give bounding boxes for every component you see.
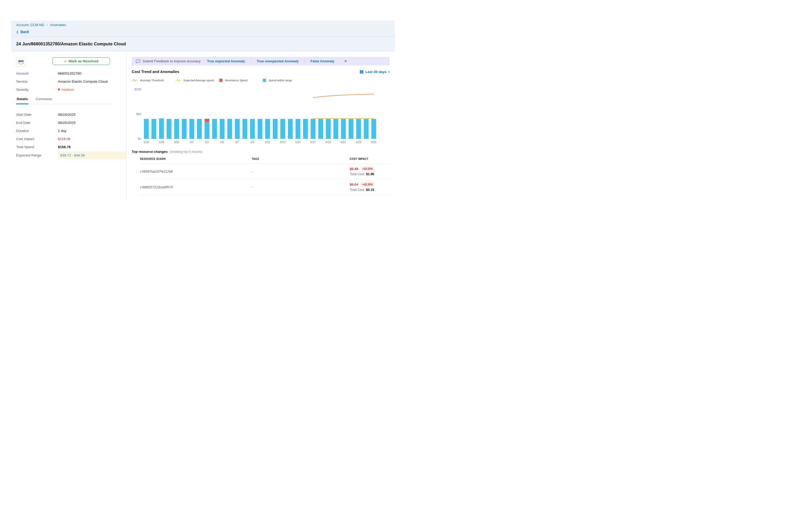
bar-6/19[interactable] [326,119,331,139]
bar-6/22[interactable] [349,119,354,139]
anomaly-bar-6/3[interactable] [205,119,209,122]
breadcrumb-account-link[interactable]: Account: CCM-NG [16,23,44,27]
close-icon[interactable]: ✕ [344,59,347,63]
field-value: Amazon Elastic Compute Cloud [58,79,108,83]
chart-header: Cost Trend and Anomalies La [132,70,390,74]
chart-canvas: $0$50$1005/265/285/306/16/36/56/76/96/11… [132,83,390,146]
chart-title: Cost Trend and Anomalies [132,70,179,74]
breadcrumb: Account: CCM-NG › Anomalies [16,23,395,27]
bar-6/13[interactable] [280,119,285,139]
bar-6/3[interactable] [205,122,209,139]
change-percent-badge: +42.26% [361,182,375,187]
anomaly-threshold-line [313,94,374,98]
bar-6/9[interactable] [250,119,255,139]
bar-6/17[interactable] [310,119,316,139]
resource-id-link[interactable]: i-0b6f257223cad9579 [140,185,252,189]
detail-row: Expected Range$39.72 - $48.56 [16,152,126,159]
aws-logo: aws [16,57,25,67]
back-button[interactable]: ❮ Back [16,30,395,34]
bar-6/16[interactable] [303,119,308,139]
y-axis-tick: $100 [135,88,141,91]
table-row: i-06597ba197fe112b6-$0.49+33.33%Total Co… [140,164,390,179]
title-band: 24 Jun/868001352780/Amazon Elastic Compu… [11,37,395,51]
summary-fields: Account868001352780ServiceAmazon Elastic… [16,70,126,93]
feedback-option[interactable]: True expected Anomaly [207,59,245,63]
tab-comments[interactable]: Comments [35,97,53,104]
cost-trend-chart: $0$50$1005/265/285/306/16/36/56/76/96/11… [132,83,390,147]
back-label: Back [20,30,29,34]
bar-6/1[interactable] [189,119,194,139]
detail-fields: Start Date06/24/2025End Date06/25/2025Du… [16,111,126,159]
detail-row: Cost Impact$119.06 [16,135,126,142]
field-row: Account868001352780 [16,70,126,77]
legend-item: Anomalous Spend [219,78,262,82]
x-axis-tick: 6/25 [371,140,377,144]
bar-6/10[interactable] [258,119,263,139]
mark-as-resolved-button[interactable]: ✓ Mark as Resolved [52,57,110,65]
resource-section-title: Top resource changes [132,150,168,154]
aws-logo-text: aws [18,60,23,62]
feedback-option[interactable]: False Anomaly [310,59,334,63]
cost-trend-panel: Submit Feedback to improve accuracy: Tru… [127,51,399,201]
field-value: medium [58,88,74,92]
tab-details[interactable]: Details [16,97,28,104]
bar-6/2[interactable] [197,119,202,139]
bar-6/21[interactable] [341,119,346,139]
legend-square-icon [262,78,267,82]
resource-section-subtitle: (showing top 5 results) [170,150,202,154]
bar-5/29[interactable] [167,119,172,139]
bar-6/4[interactable] [212,119,217,139]
detail-row: Total Spend$158.78 [16,144,126,150]
resource-id-link[interactable]: i-06597ba197fe112b6 [140,170,252,173]
legend-line-icon [132,79,138,82]
legend-item: Spend within range [262,78,306,82]
bar-6/24[interactable] [364,119,369,139]
anomaly-summary-panel: aws ✓ Mark as Resolved Account8680013527… [11,51,126,201]
resource-section-header: Top resource changes (showing top 5 resu… [132,150,390,154]
resource-tags: - [252,185,350,189]
x-axis-tick: 6/13 [280,140,286,144]
bar-6/23[interactable] [356,119,361,139]
bar-6/12[interactable] [273,119,278,139]
bar-6/18[interactable] [318,119,323,139]
bar-6/5[interactable] [220,119,225,139]
detail-value: $119.06 [58,137,71,141]
feedback-options: True expected AnomalyTrue unexpected Ano… [201,59,340,64]
bar-6/7[interactable] [235,119,240,139]
chart-legend: Anomaly ThresholdExpected Average spendA… [132,78,390,82]
bar-6/25[interactable] [372,119,376,139]
chevron-left-icon: ❮ [16,30,19,34]
feedback-option[interactable]: True unexpected Anomaly [256,59,299,63]
breadcrumb-anomalies-link[interactable]: Anomalies [50,23,66,27]
bar-6/14[interactable] [288,119,293,139]
cost-impact-line: $0.49+33.33% [350,167,390,171]
table-bottom-border [140,195,390,195]
bar-6/6[interactable] [227,119,232,139]
speech-bubble-icon [136,59,140,63]
bar-6/15[interactable] [296,119,300,139]
change-percent-badge: +33.33% [361,167,375,171]
bar-6/8[interactable] [243,119,247,139]
detail-value: $39.72 - $48.56 [58,152,126,159]
legend-label: Anomaly Threshold [140,79,164,82]
legend-label: Expected Average spend [184,79,214,82]
bar-5/31[interactable] [182,119,187,139]
bar-5/28[interactable] [159,118,164,139]
detail-label: Total Spend [16,145,58,149]
bar-6/20[interactable] [334,119,339,139]
x-axis-tick: 6/11 [265,140,270,144]
bar-6/11[interactable] [265,119,270,139]
x-axis-tick: 6/5 [220,140,224,144]
x-axis-tick: 6/19 [325,140,331,144]
period-selector[interactable]: Last 30 days ▾ [360,70,390,74]
bar-5/26[interactable] [144,119,149,139]
col-cost-impact: COST IMPACT [350,157,390,160]
chevron-right-icon: › [47,23,48,27]
field-row: Severitymedium [16,86,126,93]
detail-label: Expected Range [16,153,58,157]
x-axis-tick: 6/3 [205,140,209,144]
field-label: Severity [16,88,58,92]
detail-row: Start Date06/24/2025 [16,111,126,118]
bar-5/30[interactable] [174,119,179,139]
bar-5/27[interactable] [152,119,156,139]
